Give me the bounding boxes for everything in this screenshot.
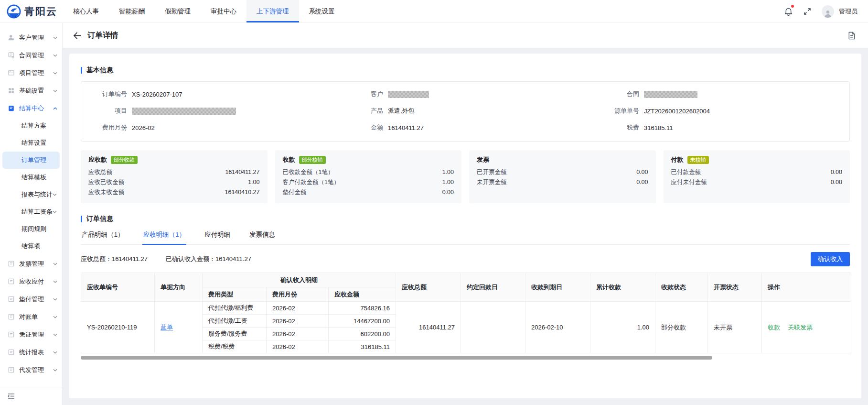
sidebar-item-customers[interactable]: 客户管理 [0,29,62,46]
cell-direction: 蓝单 [155,302,203,353]
order-detail-card: 基本信息 订单编号 XS-20260207-107 客户 合同 [69,54,861,398]
sidebar-subitem-settlement-items[interactable]: 结算项 [2,238,60,255]
back-arrow-icon[interactable] [73,32,81,39]
invoice-icon [8,260,15,267]
advance-icon [8,296,15,303]
cell-invoice-status: 未开票 [708,302,762,353]
field-product: 产品 派遣,外包 [337,107,593,115]
col-header-total: 应收总额 [396,273,461,302]
col-header-fee-type: 费用类型 [203,287,267,302]
chevron-down-icon [53,72,57,75]
basic-info-section-title: 基本信息 [81,66,850,75]
field-amount: 金额 16140411.27 [337,123,593,132]
sidebar-item-statistical-reports[interactable]: 统计报表 [0,343,62,361]
sidebar-subitem-settlement-plan[interactable]: 结算方案 [2,117,60,134]
col-header-agreed-date: 约定回款日 [461,273,525,302]
tab-invoice-info[interactable]: 发票信息 [248,224,276,244]
fullscreen-icon[interactable] [803,7,812,16]
top-navbar: 青阳云 核心人事 智能薪酬 假勤管理 审批中心 上下游管理 系统设置 [0,0,868,23]
status-badge: 部分收款 [111,156,138,164]
summary-row: 已付款金额0.00 [671,167,843,177]
sidebar-item-contracts[interactable]: 合同管理 [0,46,62,64]
col-header-order-no: 应收单编号 [81,273,155,302]
sidebar-item-payout-management[interactable]: 代发管理 [0,361,62,379]
collection-summary-card: 收款 部分核销 已收款金额（1笔）1.00 客户付款金额（1笔）1.00 垫付金… [275,150,462,203]
nav-item-supply-chain[interactable]: 上下游管理 [246,0,299,22]
summary-cards-row: 应收款 部分收款 应收总额16140411.27 应收已收金额1.00 应收未收… [81,150,850,203]
nav-item-attendance[interactable]: 假勤管理 [155,0,201,22]
user-icon [8,34,15,41]
scrollbar-thumb[interactable] [81,356,712,360]
tab-receivable-detail[interactable]: 应收明细（1） [142,224,187,244]
chevron-down-icon [53,316,57,318]
basic-info-grid: 订单编号 XS-20260207-107 客户 合同 项目 [81,81,850,142]
nav-item-system-settings[interactable]: 系统设置 [299,0,345,22]
sidebar-item-settlement-center[interactable]: 结算中心 [0,99,62,117]
blue-order-link[interactable]: 蓝单 [161,324,173,331]
confirm-income-button[interactable]: 确认收入 [811,252,850,266]
sidebar-item-invoice-management[interactable]: 发票管理 [0,255,62,273]
brand-logo-icon [7,4,21,19]
notification-bell-icon[interactable] [783,7,793,16]
field-source-order-no: 源单单号 JZT2026001202602004 [593,107,849,115]
brand-logo-text: 青阳云 [24,5,57,18]
document-icon[interactable] [848,32,856,40]
user-avatar[interactable] [822,5,834,18]
receivable-summary-card: 应收款 部分收款 应收总额16140411.27 应收已收金额1.00 应收未收… [81,150,268,203]
collect-payment-link[interactable]: 收款 [768,323,780,332]
col-header-actions: 操作 [762,273,851,302]
cell-total: 16140411.27 [396,302,461,353]
brand-logo[interactable]: 青阳云 [0,0,63,22]
chevron-down-icon [53,193,57,196]
summary-row: 应收已收金额1.00 [88,177,260,187]
col-header-confirm-group: 确认收入明细 [203,273,396,287]
chevron-down-icon [53,36,57,39]
table-row: YS-20260210-119 蓝单 代扣代缴/福利费 2026-02 7548… [81,302,851,315]
nav-item-core-hr[interactable]: 核心人事 [63,0,109,22]
section-accent-bar [81,216,82,222]
cell-amount: 754826.16 [329,302,396,315]
status-badge: 未核销 [687,156,709,164]
tab-payable-detail[interactable]: 应付明细 [204,224,231,244]
sidebar-subitem-order-management[interactable]: 订单管理 [2,152,60,169]
sidebar-subitem-period-rules[interactable]: 期间规则 [2,220,60,238]
sidebar-subitem-settlement-settings[interactable]: 结算设置 [2,134,60,152]
confirmed-income: 已确认收入金额：16140411.27 [166,255,251,263]
sidebar-subitem-settlement-template[interactable]: 结算模板 [2,169,60,186]
sidebar-item-receivable-payable[interactable]: 应收应付 [0,273,62,290]
cell-amount: 316185.11 [329,340,396,353]
sidebar-subitem-settlement-payslip[interactable]: 结算工资条 [2,203,60,220]
cell-due-date: 2026-02-10 [525,302,590,353]
collapse-sidebar-icon[interactable] [8,393,15,399]
horizontal-scrollbar[interactable] [81,356,851,360]
sidebar-item-voucher-management[interactable]: 凭证管理 [0,326,62,343]
col-header-direction: 单据方向 [155,273,203,302]
col-header-received: 累计收款 [590,273,655,302]
field-order-no: 订单编号 XS-20260207-107 [81,90,337,99]
sidebar-item-advance-management[interactable]: 垫付管理 [0,290,62,308]
cell-fee-month: 2026-02 [267,315,329,328]
cell-received: 1.00 [590,302,655,353]
summary-row: 已开票金额0.00 [477,167,648,177]
field-fee-month: 费用月份 2026-02 [81,123,337,132]
nav-item-smart-payroll[interactable]: 智能薪酬 [109,0,155,22]
redacted-project-value [132,108,236,115]
status-badge: 部分核销 [299,156,326,164]
link-invoice-link[interactable]: 关联发票 [788,323,813,332]
sidebar-item-statements[interactable]: 对账单 [0,308,62,326]
sidebar-item-basic-settings[interactable]: 基础设置 [0,82,62,99]
cell-fee-month: 2026-02 [267,302,329,315]
sidebar-footer [0,387,62,405]
statement-icon [8,313,15,320]
order-info-tabs: 产品明细（1） 应收明细（1） 应付明细 发票信息 [81,224,850,245]
sidebar-item-projects[interactable]: 项目管理 [0,64,62,82]
field-tax: 税费 316185.11 [593,123,849,132]
tab-product-detail[interactable]: 产品明细（1） [81,224,125,244]
nav-item-approval-center[interactable]: 审批中心 [201,0,246,22]
field-project: 项目 [81,107,337,115]
sidebar-subitem-reports-statistics[interactable]: 报表与统计 [2,186,60,203]
receivable-table: 应收单编号 单据方向 确认收入明细 应收总额 约定回款日 收款到期日 累计收款 … [81,273,850,360]
settlement-doc-icon [8,105,15,112]
chevron-down-icon [53,280,57,283]
user-name[interactable]: 管理员 [839,7,857,16]
